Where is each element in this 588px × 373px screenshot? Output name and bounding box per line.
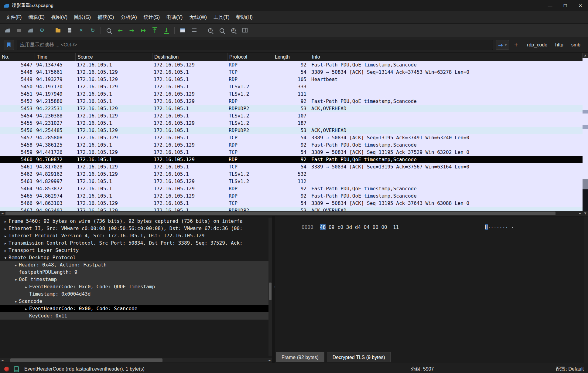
detail-row[interactable]: KeyCode: 0x11 [0,312,272,320]
column-header-protocol[interactable]: Protocol [227,53,273,61]
packet-row[interactable]: 545894.386125172.16.105.1172.16.105.129R… [0,141,583,149]
packet-row[interactable]: 545094.197170172.16.105.129172.16.105.1T… [0,83,583,90]
open-file-icon[interactable] [53,26,63,35]
packet-list-vscrollbar[interactable]: ▲ ▼ [583,53,588,216]
column-header-info[interactable]: Info [310,53,583,61]
expand-arrow-icon[interactable]: ▸ [2,225,9,232]
details-vscrollbar[interactable] [268,218,272,356]
display-filter-input[interactable] [17,40,493,50]
capture-restart-icon[interactable] [25,26,36,35]
packet-row[interactable]: 545594.231027172.16.105.1172.16.105.129T… [0,120,583,127]
detail-row[interactable]: ▾QoE timestamp [0,276,272,283]
ascii-char[interactable]: · [491,224,494,230]
details-hscrollbar[interactable]: ◄ ► [0,358,272,362]
hex-byte[interactable]: 00 [381,224,387,230]
filter-dropdown-caret-icon[interactable]: ▾ [505,43,507,47]
expand-arrow-icon[interactable]: ▸ [23,283,29,290]
ascii-char[interactable]: H [485,224,488,230]
colorize-packets-icon[interactable] [177,26,188,35]
packet-row[interactable]: 545494.230388172.16.105.129172.16.105.1T… [0,112,583,120]
expand-arrow-icon[interactable]: ▸ [13,262,19,269]
menu-item[interactable]: 分析(A) [117,14,140,21]
detail-row[interactable]: ▸Internet Protocol Version 4, Src: 172.1… [0,232,272,239]
detail-row[interactable]: ▸Transmission Control Protocol, Src Port… [0,239,272,247]
zoom-in-icon[interactable]: + [205,26,216,35]
packet-row[interactable]: 546794.863402172.16.105.129172.16.105.1R… [0,207,583,211]
packet-row[interactable]: 544794.134745172.16.105.1172.16.105.129R… [0,61,583,69]
go-last-icon[interactable]: ↓ [161,26,172,35]
resize-columns-icon[interactable] [239,26,250,35]
packet-list-hscrollbar[interactable]: ◄ ► [0,211,583,216]
maximize-button[interactable]: □ [558,0,573,11]
packet-row[interactable]: 544994.193279172.16.105.129172.16.105.1R… [0,76,583,83]
hex-byte[interactable]: 04 [364,224,370,230]
find-packet-icon[interactable] [103,26,114,35]
ascii-char[interactable]: · [511,224,514,230]
expand-arrow-icon[interactable]: ▸ [2,240,9,247]
hex-tab[interactable]: Decrypted TLS (9 bytes) [327,352,391,362]
detail-row[interactable]: ▸EventHeaderCode: 0xc0, Code: QUOE Times… [0,283,272,290]
packet-row[interactable]: 545294.215880172.16.105.1172.16.105.129R… [0,98,583,105]
scroll-left-arrow-icon[interactable]: ◄ [0,211,5,216]
details-vscroll-thumb[interactable] [269,283,272,300]
hex-byte[interactable]: 09 [329,224,334,230]
column-header-source[interactable]: Source [76,53,152,61]
go-forward-icon[interactable]: → [126,26,137,35]
add-filter-button[interactable]: + [512,41,520,49]
menu-item[interactable]: 跳转(G) [71,14,94,21]
capture-file-properties-button[interactable] [14,366,19,372]
packet-row[interactable]: 545694.254485172.16.105.129172.16.105.1R… [0,127,583,134]
hex-byte[interactable]: 00 [373,224,378,230]
packet-row[interactable]: 544894.175661172.16.105.129172.16.105.1T… [0,69,583,76]
hex-byte[interactable]: c0 [337,224,343,230]
menu-item[interactable]: 文件(F) [2,14,25,21]
pane-splitter[interactable] [272,216,275,363]
detail-row[interactable]: Timestamp: 0x0004d43d [0,290,272,298]
detail-row[interactable]: ▸Ethernet II, Src: VMware_c0:00:08 (00:5… [0,225,272,232]
menu-item[interactable]: 捕获(C) [94,14,117,21]
hex-line[interactable]: 000048 09 c0 3d d4 04 00 00 11 H··=···· … [275,216,584,236]
details-hscroll-thumb[interactable] [10,358,162,362]
menu-item[interactable]: 帮助(H) [233,14,256,21]
scrollbar-minimap[interactable] [583,58,588,211]
column-header-time[interactable]: Time [35,53,76,61]
packet-row[interactable]: 546594.862974172.16.105.1172.16.105.129R… [0,192,583,200]
zoom-out-icon[interactable]: − [216,26,227,35]
column-header-no[interactable]: No. [0,53,35,61]
packet-row[interactable]: 545194.197949172.16.105.1172.16.105.129T… [0,90,583,98]
ascii-char[interactable]: = [494,224,497,230]
packet-row[interactable]: 546194.817028172.16.105.129172.16.105.1T… [0,163,583,171]
packet-row[interactable]: 546294.829162172.16.105.129172.16.105.1T… [0,171,583,178]
hex-vscrollbar[interactable] [584,216,588,363]
filter-bookmark-button[interactable] [4,40,14,50]
apply-filter-button[interactable]: → ▾ [496,40,509,50]
ascii-char[interactable]: · [499,224,502,230]
ascii-char[interactable]: · [497,224,500,230]
scroll-right-arrow-icon[interactable]: ► [578,211,583,216]
hex-byte[interactable]: d4 [355,224,361,230]
expert-info-icon[interactable] [4,367,9,371]
capture-start-icon[interactable] [2,26,13,35]
filter-shortcut-smb[interactable]: smb [567,42,584,48]
expand-arrow-icon[interactable]: ▸ [23,305,29,312]
capture-options-icon[interactable]: ⚙ [36,26,47,35]
menu-item[interactable]: 无线(W) [186,14,210,21]
ascii-char[interactable]: · [502,224,505,230]
go-back-icon[interactable]: ← [115,26,126,35]
hex-byte[interactable]: 11 [393,224,399,230]
expand-arrow-icon[interactable]: ▸ [2,232,9,239]
menu-item[interactable]: 电话(Y) [163,14,186,21]
packet-row[interactable]: 546694.863103172.16.105.129172.16.105.1T… [0,200,583,207]
scroll-down-arrow-icon[interactable]: ▼ [583,211,588,216]
collapse-arrow-icon[interactable]: ▾ [13,276,19,283]
column-header-destination[interactable]: Destination [152,53,227,61]
hscroll-track[interactable] [5,211,578,216]
menu-item[interactable]: 工具(T) [210,14,233,21]
details-scroll-left-arrow-icon[interactable]: ◄ [0,358,5,362]
packet-row[interactable]: 545794.285808172.16.105.129172.16.105.1T… [0,134,583,141]
filter-shortcut-rdp_code[interactable]: rdp_code [523,42,551,48]
hex-byte[interactable]: 3d [346,224,352,230]
detail-row[interactable]: ▸Frame 5460: 92 bytes on wire (736 bits)… [0,218,272,225]
hscroll-thumb[interactable] [5,212,556,215]
hex-tab[interactable]: Frame (92 bytes) [276,352,324,362]
